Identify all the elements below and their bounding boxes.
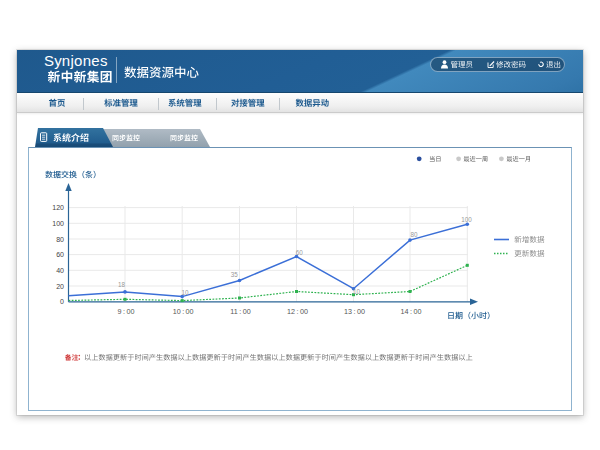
svg-text:10: 10 [181,289,189,296]
svg-text:100: 100 [461,216,472,223]
svg-text:80: 80 [410,231,418,238]
svg-text:11 : 00: 11 : 00 [230,307,250,316]
svg-text:35: 35 [231,271,239,278]
svg-text:0: 0 [60,298,64,305]
svg-text:60: 60 [296,249,304,256]
svg-text:100: 100 [52,220,64,227]
svg-text:120: 120 [52,204,64,211]
svg-text:60: 60 [56,251,64,258]
svg-text:20: 20 [56,283,64,290]
svg-text:14 : 00: 14 : 00 [401,307,422,316]
svg-text:80: 80 [56,236,64,243]
svg-text:40: 40 [56,267,64,274]
svg-text:12 : 00: 12 : 00 [287,307,308,316]
svg-text:13 : 00: 13 : 00 [344,307,365,316]
svg-text:10: 10 [353,288,361,295]
svg-text:10 : 00: 10 : 00 [173,307,194,316]
svg-text:9 : 00: 9 : 00 [118,307,135,316]
svg-text:18: 18 [118,281,126,288]
